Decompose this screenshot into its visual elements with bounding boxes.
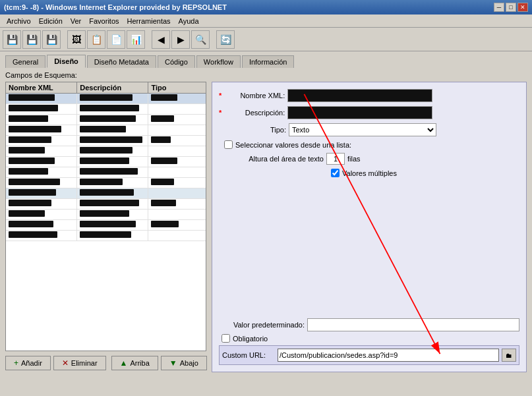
- col-nombre-xml: Nombre XML: [6, 82, 77, 93]
- tab-informacion[interactable]: Información: [242, 55, 294, 68]
- altura-input[interactable]: [326, 153, 345, 165]
- menu-ayuda[interactable]: Ayuda: [175, 16, 203, 26]
- close-button[interactable]: ✕: [517, 3, 528, 12]
- menu-ver[interactable]: Ver: [67, 16, 86, 26]
- obligatorio-checkbox[interactable]: [222, 334, 230, 343]
- toolbar-btn-6[interactable]: ▶: [171, 30, 190, 49]
- table-row[interactable]: [6, 136, 206, 146]
- tipo-select[interactable]: Texto Número Fecha Booleano Multimedia: [289, 123, 436, 136]
- menu-herramientas[interactable]: Herramientas: [123, 16, 175, 26]
- filas-label: filas: [347, 155, 361, 163]
- table-row[interactable]: [6, 104, 206, 115]
- tab-diseno[interactable]: Diseño: [47, 55, 86, 68]
- table-row[interactable]: [6, 167, 206, 178]
- table-row[interactable]: [6, 94, 206, 104]
- cell: [77, 199, 148, 209]
- add-icon: +: [14, 358, 18, 368]
- nombre-xml-label: Nombre XML:: [225, 92, 285, 99]
- cell: [148, 210, 206, 219]
- tab-workflow[interactable]: Workflow: [196, 55, 241, 68]
- col-tipo: Tipo: [148, 82, 206, 93]
- toolbar-btn-3[interactable]: 📄: [107, 30, 125, 49]
- title-controls[interactable]: ─ □ ✕: [494, 3, 528, 12]
- table-row[interactable]: [6, 157, 206, 167]
- cell: [6, 220, 77, 230]
- menu-favoritos[interactable]: Favoritos: [85, 16, 123, 26]
- valor-input[interactable]: [307, 318, 519, 331]
- add-button[interactable]: + Añadir: [5, 356, 51, 370]
- save-button[interactable]: 💾: [3, 30, 21, 49]
- table-row[interactable]: [6, 199, 206, 210]
- cell: [6, 178, 77, 188]
- cell: [77, 167, 148, 177]
- cell: [148, 157, 206, 167]
- valor-row: Valor predeterminado:: [219, 318, 519, 331]
- tab-codigo[interactable]: Código: [158, 55, 195, 68]
- menu-archivo[interactable]: Archivo: [3, 16, 35, 26]
- tabs-bar: General Diseño Diseño Metadata Código Wo…: [0, 51, 532, 67]
- table-row[interactable]: [6, 115, 206, 125]
- valor-label: Valor predeterminado:: [219, 321, 305, 329]
- cell: [77, 104, 148, 114]
- cell: [77, 146, 148, 156]
- url-browse-button[interactable]: 🖿: [502, 349, 516, 362]
- tab-general[interactable]: General: [5, 55, 45, 68]
- cell: [6, 125, 77, 135]
- nombre-xml-row: * Nombre XML:: [219, 89, 519, 102]
- minimize-button[interactable]: ─: [494, 3, 504, 12]
- content-area: Nombre XML Descripción Tipo: [5, 82, 527, 372]
- restore-button[interactable]: □: [506, 3, 516, 12]
- table-row[interactable]: [6, 188, 206, 199]
- seleccionar-checkbox[interactable]: [224, 140, 233, 149]
- cell: [148, 188, 206, 198]
- table-row[interactable]: [6, 178, 206, 188]
- toolbar-btn-7[interactable]: 🔍: [191, 30, 210, 49]
- menu-bar: Archivo Edición Ver Favoritos Herramient…: [0, 14, 532, 28]
- cell: [148, 167, 206, 177]
- save3-button[interactable]: 💾: [42, 30, 61, 49]
- toolbar-btn-2[interactable]: 📋: [87, 30, 105, 49]
- cell: [77, 210, 148, 219]
- nombre-xml-input[interactable]: [287, 89, 432, 102]
- cell: [6, 210, 77, 219]
- cell: [77, 125, 148, 135]
- cell: [6, 146, 77, 156]
- title-bar: (tcm:9- -8) - Windows Internet Explorer …: [0, 0, 532, 14]
- left-panel: Nombre XML Descripción Tipo: [5, 82, 206, 372]
- cell: [6, 188, 77, 198]
- cell: [148, 199, 206, 209]
- valores-multiples-row: Valores múltiples: [331, 169, 519, 177]
- up-icon: ▲: [120, 358, 128, 368]
- tab-diseno-metadata[interactable]: Diseño Metadata: [87, 55, 156, 68]
- save2-button[interactable]: 💾: [22, 30, 41, 49]
- window-title: (tcm:9- -8) - Windows Internet Explorer …: [4, 3, 227, 11]
- toolbar-btn-1[interactable]: 🖼: [67, 30, 86, 49]
- cell: [6, 136, 77, 146]
- down-button[interactable]: ▼ Abajo: [161, 356, 207, 370]
- valores-multiples-checkbox[interactable]: [331, 169, 340, 177]
- table-row[interactable]: [6, 220, 206, 231]
- cell: [148, 115, 206, 125]
- cell: [148, 125, 206, 135]
- descripcion-row: * Descripción:: [219, 106, 519, 119]
- remove-button[interactable]: ✕ Eliminar: [53, 356, 106, 370]
- table-row[interactable]: [6, 231, 206, 241]
- cell: [148, 104, 206, 114]
- descripcion-label: Descripción:: [225, 109, 285, 117]
- toolbar-btn-8[interactable]: 🔄: [216, 30, 235, 49]
- table-row[interactable]: [6, 125, 206, 136]
- cell: [148, 231, 206, 240]
- table-row[interactable]: [6, 146, 206, 157]
- altura-label: Altura del área de texto: [222, 155, 324, 163]
- cell: [77, 115, 148, 125]
- table-body: [6, 94, 206, 241]
- cell: [77, 231, 148, 240]
- cell: [6, 115, 77, 125]
- table-row[interactable]: [6, 210, 206, 220]
- descripcion-input[interactable]: [287, 106, 432, 119]
- custom-url-input[interactable]: [278, 349, 499, 362]
- up-button[interactable]: ▲ Arriba: [111, 356, 158, 370]
- toolbar-btn-4[interactable]: 📊: [127, 30, 145, 49]
- toolbar-btn-5[interactable]: ◀: [152, 30, 170, 49]
- menu-edicion[interactable]: Edición: [35, 16, 67, 26]
